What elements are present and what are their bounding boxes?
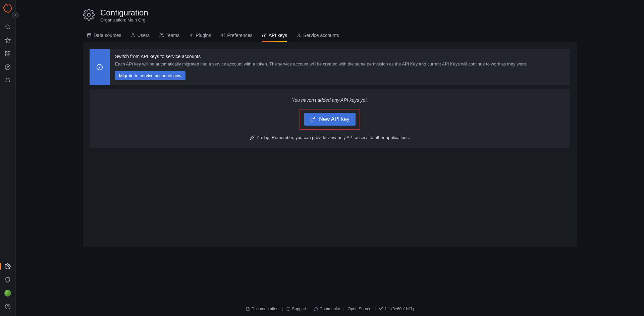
tab-label: Users [137, 33, 150, 38]
sidebar-starred[interactable] [0, 35, 16, 46]
footer-label: Community [320, 307, 340, 311]
svg-point-21 [298, 34, 300, 35]
tab-label: Data sources [94, 33, 121, 38]
main: Configuration Organization: Main Org. Da… [16, 0, 644, 316]
svg-point-10 [132, 34, 134, 35]
sidebar-help[interactable] [0, 301, 16, 312]
sidebar-alerting[interactable] [0, 75, 16, 86]
tab-api-keys[interactable]: API keys [262, 29, 287, 42]
sidebar-user[interactable] [0, 288, 16, 299]
empty-message: You haven't added any API keys yet. [98, 97, 562, 103]
page-header: Configuration Organization: Main Org. [83, 8, 577, 22]
svg-rect-4 [8, 54, 10, 56]
footer: Documentation | Support | Community | Op… [83, 301, 577, 316]
footer-label: v9.1.1 (9e60a1bff1) [379, 307, 414, 311]
page-title: Configuration [100, 8, 148, 17]
svg-point-6 [7, 266, 9, 267]
sidebar [0, 0, 16, 316]
highlight-box: New API key [300, 109, 360, 130]
protip-text: ProTip: Remember, you can provide view-o… [257, 135, 410, 140]
avatar [4, 290, 11, 297]
key-icon [310, 117, 316, 122]
tab-data-sources[interactable]: Data sources [87, 29, 121, 42]
svg-point-0 [6, 25, 9, 29]
svg-rect-1 [5, 51, 7, 53]
tab-teams[interactable]: Teams [159, 29, 179, 42]
footer-open-source[interactable]: Open Source [348, 307, 372, 311]
rocket-icon [250, 135, 255, 140]
tab-label: Preferences [227, 33, 252, 38]
svg-rect-2 [8, 51, 10, 53]
tab-plugins[interactable]: Plugins [189, 29, 211, 42]
footer-documentation[interactable]: Documentation [246, 307, 279, 311]
sidebar-admin[interactable] [0, 274, 16, 285]
svg-point-5 [5, 65, 10, 70]
svg-point-8 [88, 13, 91, 16]
sidebar-search[interactable] [0, 21, 16, 32]
svg-point-9 [88, 33, 91, 35]
empty-state: You haven't added any API keys yet. New … [90, 89, 570, 148]
tab-label: Plugins [196, 33, 211, 38]
tab-service-accounts[interactable]: Service accounts [297, 29, 339, 42]
button-label: New API key [319, 116, 350, 122]
footer-support[interactable]: Support [286, 307, 306, 311]
footer-label: Support [292, 307, 306, 311]
info-banner: Switch from API keys to service accounts… [90, 49, 570, 85]
banner-text: Each API key will be automatically migra… [115, 61, 565, 67]
banner-title: Switch from API keys to service accounts [115, 54, 565, 59]
new-api-key-button[interactable]: New API key [304, 113, 356, 126]
tabs: Data sources Users Teams Plugins Prefere… [83, 29, 577, 42]
page-subtitle: Organization: Main Org. [100, 17, 148, 22]
tab-label: API keys [269, 33, 287, 38]
tab-label: Service accounts [303, 33, 339, 38]
grafana-logo[interactable] [2, 3, 13, 13]
footer-version: v9.1.1 (9e60a1bff1) [379, 307, 414, 311]
tab-preferences[interactable]: Preferences [220, 29, 252, 42]
content: Switch from API keys to service accounts… [83, 42, 577, 247]
tab-label: Teams [166, 33, 179, 38]
sidebar-expand-toggle[interactable] [12, 12, 19, 18]
footer-label: Open Source [348, 307, 372, 311]
sidebar-dashboards[interactable] [0, 48, 16, 59]
sidebar-explore[interactable] [0, 62, 16, 73]
sidebar-configuration[interactable] [0, 261, 16, 272]
svg-rect-3 [5, 54, 7, 56]
footer-community[interactable]: Community [314, 307, 340, 311]
migrate-button[interactable]: Migrate to service accounts now [115, 71, 185, 80]
tab-users[interactable]: Users [130, 29, 150, 42]
info-icon [90, 49, 110, 85]
svg-point-22 [300, 36, 300, 37]
footer-label: Documentation [252, 307, 279, 311]
gear-icon [83, 9, 95, 22]
protip: ProTip: Remember, you can provide view-o… [98, 135, 562, 140]
svg-point-11 [160, 34, 162, 35]
